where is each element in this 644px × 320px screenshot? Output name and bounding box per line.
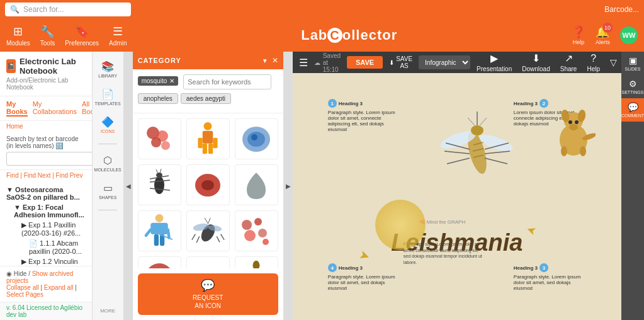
alerts-button[interactable]: 🔔 10 Alerts [596,25,610,45]
tree-item[interactable]: ▼ Osteosarcoma SaOS-2 on pillared b... [6,185,86,202]
slides-label: SLIDES [625,67,641,71]
nav-modules-label: Modules [6,40,30,47]
filter-toolbar-icon[interactable]: ▽ [610,57,617,67]
svg-rect-7 [213,138,217,149]
select-pages-link[interactable]: Select Pages [6,291,43,298]
comment-panel-button[interactable]: 💬 COMMENT [621,98,644,122]
find-prev-link[interactable]: Find Prev [56,172,83,179]
icon-cell-11[interactable] [186,256,230,268]
teardrop-icon [240,169,272,201]
svg-line-72 [468,118,475,125]
remove-tag-icon[interactable]: ✕ [169,77,174,84]
icon-cell-10[interactable] [138,256,181,268]
arrow-decoration-2: ➤ [524,222,538,239]
nav-admin[interactable]: ☰ Admin [109,25,127,47]
tree-item[interactable]: ▶ Exp 1.1 Paxillin (2020-03-16) #26... [21,220,86,238]
panel-more[interactable]: MORE [100,308,115,314]
chevron-down-icon[interactable]: ▼ [262,57,268,64]
cloud-icon: ☁ [314,59,320,66]
tab-my-books[interactable]: My Books [6,100,28,117]
icon-cell-6[interactable] [235,164,278,205]
infographic-canvas: 1 Heading 3 Paragraph style. Lorem ipsum… [322,93,592,300]
svg-point-70 [471,125,483,135]
home-btn[interactable]: Home [0,121,92,132]
presentation-button[interactable]: ▶ Presentation [477,52,512,72]
panel-separator2 [98,210,117,210]
tag-mosquito[interactable]: mosquito ✕ [138,76,179,86]
panel-nav-right[interactable]: ▶ [284,52,293,320]
nav-modules[interactable]: ⊞ Modules [6,25,30,47]
nav-preferences[interactable]: 🔖 Preferences [65,25,99,47]
tree-item[interactable]: ▼ Exp 1: Focal Adhesion Immunofl... [14,202,86,220]
icon-cell-7[interactable] [138,210,181,251]
panel-shapes[interactable]: ▭ SHAPES [96,180,119,202]
icons-grid [133,113,283,268]
icon-cell-4[interactable] [138,164,181,205]
user-avatar[interactable]: WW [620,26,638,44]
icon-cell-8[interactable] [186,210,230,251]
barcode-button[interactable]: Barcode... [604,5,639,14]
hamburger-icon[interactable]: ☰ [299,57,308,69]
close-icon[interactable]: ✕ [272,56,278,65]
toolbar-right-buttons: ▶ Presentation ⬇ Download ↗ Share ? Help… [477,52,638,72]
tab-my-collaborations[interactable]: My Collaborations [33,100,77,117]
nav-tools[interactable]: 🔧 Tools [40,25,55,47]
slides-panel-button[interactable]: ▣ SLIDES [621,52,644,75]
request-icon-button[interactable]: 💬 REQUESTAN ICON [138,273,278,315]
icon-cell-3[interactable] [235,118,278,159]
download-button[interactable]: ⬇ Download [522,52,550,72]
keyword-input[interactable] [183,74,271,89]
find-next-link[interactable]: Find Next [24,172,51,179]
svg-point-41 [258,229,267,237]
dog-illustration [551,102,596,161]
svg-point-13 [154,176,164,194]
svg-point-84 [561,146,567,156]
tag-anopheles[interactable]: anopheles [138,93,178,104]
help-label: Help [573,39,585,45]
search-panel: CATEGORY ▼ ✕ mosquito ✕ anopheles aedes … [133,52,284,320]
right-side-panel: ▣ SLIDES ⚙ SETTINGS 💬 COMMENT [621,73,644,320]
save-as-button[interactable]: ⬇ SAVE AS [389,55,412,69]
icon-cell-1[interactable] [138,118,181,159]
panel-nav-left[interactable]: ◀ [124,52,133,320]
collapse-all-link[interactable]: Collapse all [6,284,39,291]
chevron-right-icon: ▶ [21,221,26,229]
settings-panel-button[interactable]: ⚙ SETTINGS [621,75,644,98]
request-icon-label: REQUESTAN ICON [193,294,223,310]
panel-library[interactable]: 📚 LIBRARY [96,58,120,81]
tree-item[interactable]: ▶ Exp 1.2 Vinculin (2020-03-16) #2... [21,256,86,266]
canvas-area[interactable]: 1 Heading 3 Paragraph style. Lorem ipsum… [293,73,621,320]
icon-cell-12[interactable] [235,256,278,268]
hide-link[interactable]: ◉ Hide [6,270,26,277]
tag-aedes-aegypti[interactable]: aedes aegypti [181,93,231,104]
find-link[interactable]: Find [6,172,18,179]
top-bar-right: Barcode... [604,5,639,14]
help-toolbar-button[interactable]: ? Help [587,53,600,72]
share-button[interactable]: ↗ Share [560,52,577,72]
template-select[interactable]: Infographic [419,55,470,69]
shapes-label: SHAPES [99,195,116,200]
icon-cell-9[interactable] [235,210,278,251]
icon-cell-2[interactable] [186,118,230,159]
left-sidebar: 📓 Electronic Lab Notebook Add-on/Electro… [0,52,93,320]
svg-point-19 [156,173,162,178]
search-input[interactable] [6,152,93,166]
global-search-box[interactable]: 🔍 Search for... [5,3,131,16]
panel-templates[interactable]: 📄 TEMPLATES [93,86,123,108]
icon-cell-5[interactable] [186,164,230,205]
tree-item[interactable]: 📄 1.1.1 Abcam paxillin (2020-0... [29,238,86,256]
presentation-label: Presentation [477,66,512,72]
panel-icons[interactable]: 🔷 ICONS [98,113,117,136]
save-button[interactable]: SAVE [347,56,383,69]
svg-line-37 [220,234,224,239]
help-button[interactable]: ❓ Help [572,25,585,45]
expand-all-link[interactable]: Expand all [44,284,74,291]
lab-subtitle: Add-on/Electronic Lab Notebook [6,77,86,91]
save-as-icon: ⬇ [389,59,394,66]
tab-all-books[interactable]: All Books [82,100,93,117]
svg-point-3 [161,141,170,150]
mind-the-graph: 🧠 Mind the GRAPH [419,219,465,225]
search-panel-container: ◀ CATEGORY ▼ ✕ mosquito ✕ anophele [124,52,293,320]
panel-molecules[interactable]: ⬡ MOLECULES [92,152,124,174]
help-icon: ❓ [572,25,585,39]
